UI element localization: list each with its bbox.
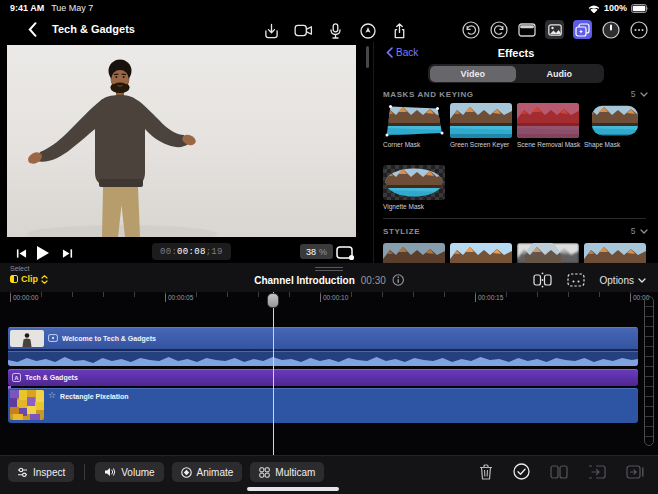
project-title: Tech & Gadgets [52,23,135,35]
enable-clip-icon[interactable] [513,463,530,480]
skip-to-end-icon[interactable] [62,248,73,259]
timeline-project-duration: 00:30 [361,275,386,286]
tab-video[interactable]: Video [430,66,517,82]
masks-section-count[interactable]: 5 [631,89,648,99]
timecode-display[interactable]: 00:00:08;19 [152,243,231,260]
effect-vignette-mask[interactable]: Vignette Mask [383,165,445,210]
effect-clip-star-icon: ☆ [48,390,56,400]
info-icon[interactable] [392,274,404,286]
connect-clip-icon[interactable] [567,273,585,287]
effect-scene-removal-mask[interactable]: Scene Removal Mask [517,103,579,148]
project-info: Channel Introduction 00:30 [254,274,404,286]
clip-label: Rectangle Pixelation [60,393,128,400]
timeline-header: Select Clip Channel Introduction 00:30 O… [0,263,658,292]
options-dropdown[interactable]: Options [600,275,646,286]
effect-shape-mask[interactable]: Shape Mask [584,103,646,148]
effect-corner-mask[interactable]: Corner Mask [383,103,445,148]
date: Tue May 7 [51,3,93,13]
ruler-label: 00:00:00 [10,294,38,302]
clip-label: Tech & Gadgets [25,374,78,381]
fullscreen-preview-icon[interactable] [336,246,355,261]
masks-section-header: MASKS AND KEYING 5 [383,89,648,99]
playhead-handle[interactable] [267,293,279,308]
clock: 9:41 AM [10,3,44,13]
top-toolbar: Tech & Gadgets [0,17,658,43]
ruler-label: 00:00:15 [475,294,503,302]
timeline-project-name: Channel Introduction [254,275,355,286]
insert-clip-icon[interactable] [588,465,606,479]
playhead-line [273,292,274,455]
clip-thumbnail [10,330,44,347]
import-icon[interactable] [262,21,281,40]
trash-icon[interactable] [479,464,493,480]
timeline-clip-effect[interactable]: ☆ Rectangle Pixelation [8,388,638,423]
timeline-vertical-scrollbar[interactable] [644,296,654,446]
stylize-section-header: STYLIZE 5 [383,226,648,236]
ruler-label: 00:00:10 [320,294,348,302]
battery-icon [631,4,650,13]
inspector-icon [17,467,28,478]
ruler-label: 00:00:05 [165,294,193,302]
multicam-button[interactable]: Multicam [250,462,324,482]
tab-audio[interactable]: Audio [516,66,603,82]
select-label: Select [10,265,48,272]
presenter-figure [7,45,356,237]
zoom-level-control[interactable]: 38% [300,244,333,259]
up-down-chevrons-icon [41,275,48,284]
video-clip-icon [48,334,58,342]
speaker-icon [104,467,116,477]
panel-title: Effects [374,47,658,59]
effects-browser-icon[interactable] [573,20,592,39]
trim-split-icon[interactable] [550,465,568,479]
selection-mode-dropdown[interactable]: Clip [10,274,48,284]
more-options-icon[interactable] [629,20,648,39]
stylize-section-count[interactable]: 5 [631,226,648,236]
append-clip-icon[interactable] [626,465,644,479]
keyframe-icon [181,467,192,478]
redo-icon[interactable] [489,20,508,39]
video-preview[interactable] [7,45,356,237]
toolbar-divider [84,464,85,480]
clip-audio-waveform [8,351,638,366]
clip-label: Welcome to Tech & Gadgets [62,335,156,342]
media-browser-icon[interactable] [545,20,564,39]
title-clip-icon: A [12,373,21,382]
wifi-icon [588,4,600,13]
chevron-down-icon [640,92,648,97]
chevron-down-icon [640,229,648,234]
undo-icon[interactable] [461,20,480,39]
animate-button[interactable]: Animate [172,462,243,482]
viewer: 00:00:08;19 38% [0,42,374,266]
status-bar: 9:41 AM Tue May 7 100% [0,0,658,17]
battery-percent: 100% [604,3,627,13]
skip-to-start-icon[interactable] [16,248,27,259]
timeline-drag-handle[interactable] [315,267,343,273]
video-audio-segmented-control: Video Audio [428,64,604,83]
play-icon[interactable] [36,245,50,261]
dial-icon[interactable] [601,20,620,39]
multicam-grid-icon [259,467,270,478]
jog-wheel-icon[interactable] [358,21,377,40]
microphone-icon[interactable] [326,21,345,40]
inspect-button[interactable]: Inspect [8,462,74,482]
timeline-clip-video[interactable]: Welcome to Tech & Gadgets [8,327,638,366]
home-indicator[interactable] [247,487,339,491]
volume-button[interactable]: Volume [95,462,163,482]
effects-panel: Back Effects Video Audio MASKS AND KEYIN… [374,42,658,268]
panel-resize-handle[interactable] [366,46,369,68]
share-icon[interactable] [390,21,409,40]
clip-range-icon [10,275,18,283]
timeline-clip-title[interactable]: A Tech & Gadgets [8,369,638,386]
timeline[interactable]: 00:00:00 00:00:05 00:00:10 00:00:15 00:0… [0,292,658,455]
section-divider [383,218,646,219]
clip-thumbnail [10,390,44,420]
split-clip-icon[interactable] [533,272,552,288]
back-chevron-icon[interactable] [28,22,37,37]
chevron-down-icon [638,278,646,283]
window-layout-icon[interactable] [517,20,536,39]
camera-icon[interactable] [294,21,313,40]
effect-green-screen-keyer[interactable]: Green Screen Keyer [450,103,512,148]
